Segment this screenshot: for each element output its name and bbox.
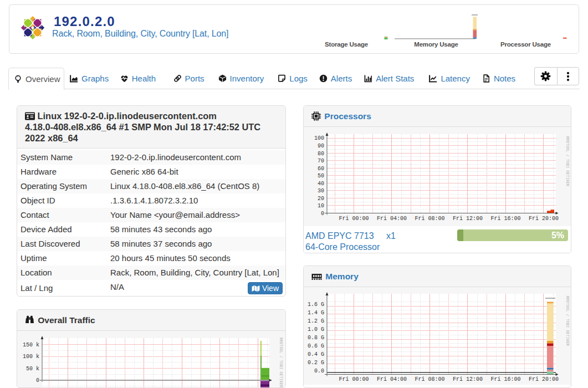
svg-text:80: 80 bbox=[318, 151, 324, 157]
svg-text:Fri 08:00: Fri 08:00 bbox=[415, 216, 444, 222]
svg-text:Fri 04:00: Fri 04:00 bbox=[377, 216, 407, 222]
svg-text:100 k: 100 k bbox=[23, 354, 39, 360]
svg-text:Fri 04:00: Fri 04:00 bbox=[377, 376, 407, 382]
svg-text:1.2 G: 1.2 G bbox=[308, 318, 324, 324]
svg-text:90: 90 bbox=[318, 143, 324, 149]
svg-text:0.6 G: 0.6 G bbox=[308, 343, 324, 349]
svg-text:0: 0 bbox=[321, 211, 324, 217]
svg-text:70: 70 bbox=[318, 158, 324, 164]
svg-text:RRDTOOL / TOBI OETIKER: RRDTOOL / TOBI OETIKER bbox=[565, 296, 569, 346]
svg-text:RRDTOOL / TOBI OETIKER: RRDTOOL / TOBI OETIKER bbox=[565, 136, 569, 186]
svg-text:Fri 16:00: Fri 16:00 bbox=[490, 216, 520, 222]
svg-text:150 k: 150 k bbox=[23, 342, 39, 348]
svg-text:50: 50 bbox=[318, 173, 324, 179]
svg-text:1.6 G: 1.6 G bbox=[308, 302, 324, 308]
svg-text:Fri 12:00: Fri 12:00 bbox=[453, 216, 483, 222]
svg-text:Fri 00:00: Fri 00:00 bbox=[339, 376, 369, 382]
svg-text:40: 40 bbox=[318, 181, 324, 187]
svg-text:Fri 20:00: Fri 20:00 bbox=[529, 376, 559, 382]
svg-text:Storage Usage: Storage Usage bbox=[325, 41, 368, 48]
svg-text:RRDTOOL / TOBI OETIKER: RRDTOOL / TOBI OETIKER bbox=[279, 338, 283, 387]
svg-text:0.4 G: 0.4 G bbox=[308, 351, 324, 358]
svg-text:0.2 G: 0.2 G bbox=[308, 360, 324, 366]
svg-text:Memory Usage: Memory Usage bbox=[414, 41, 458, 48]
svg-text:30: 30 bbox=[318, 188, 324, 194]
svg-text:Fri 20:00: Fri 20:00 bbox=[529, 216, 559, 222]
svg-text:Processor Usage: Processor Usage bbox=[500, 41, 551, 48]
svg-text:Fri 08:00: Fri 08:00 bbox=[415, 376, 444, 382]
svg-text:Fri 16:00: Fri 16:00 bbox=[490, 376, 520, 382]
svg-text:20: 20 bbox=[318, 196, 324, 202]
svg-text:1.0 G: 1.0 G bbox=[308, 326, 324, 333]
svg-text:0.8 G: 0.8 G bbox=[308, 335, 324, 341]
svg-text:0.0: 0.0 bbox=[314, 368, 324, 374]
svg-text:1.4 G: 1.4 G bbox=[308, 310, 324, 316]
svg-text:Fri 00:00: Fri 00:00 bbox=[339, 216, 369, 222]
svg-text:50 k: 50 k bbox=[26, 366, 39, 372]
svg-text:0: 0 bbox=[36, 377, 39, 384]
svg-text:10: 10 bbox=[318, 203, 324, 209]
svg-text:100: 100 bbox=[314, 135, 324, 141]
svg-text:Fri 12:00: Fri 12:00 bbox=[453, 376, 483, 382]
svg-text:60: 60 bbox=[318, 166, 324, 172]
